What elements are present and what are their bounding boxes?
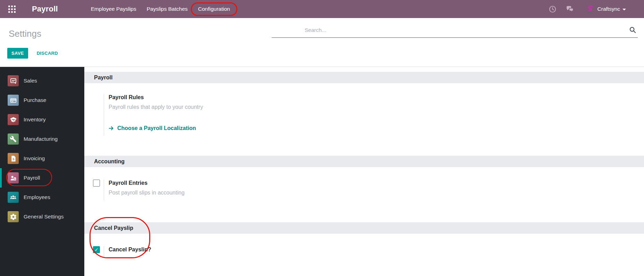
section-header-cancel-payslip: Cancel Payslip [84, 222, 644, 234]
choose-payroll-localization-link[interactable]: Choose a Payroll Localization [109, 125, 203, 131]
gear-glyph [10, 213, 17, 221]
page-title: Settings [9, 28, 41, 39]
user-menu[interactable]: Craftsync [586, 5, 626, 14]
menu-employee-payslips[interactable]: Employee Payslips [86, 0, 142, 18]
cp-buttons: SAVE DISCARD [7, 48, 60, 59]
control-panel: Settings SAVE DISCARD [0, 18, 644, 67]
link-label: Choose a Payroll Localization [117, 125, 196, 131]
payroll-entries-checkbox[interactable] [93, 180, 100, 187]
user-name: Craftsync [598, 6, 620, 12]
payroll-person-glyph: $ [10, 174, 17, 182]
sidebar-item-purchase[interactable]: Purchase [0, 90, 84, 110]
setting-row-cancel-payslip: Cancel Payslip? [93, 246, 644, 257]
section-header-accounting: Accounting [84, 156, 644, 167]
sidebar-item-inventory[interactable]: Inventory [0, 110, 84, 129]
company-logo-s [586, 5, 595, 14]
employees-app-icon [8, 192, 19, 203]
activities-clock-icon[interactable] [548, 5, 557, 14]
setting-row-body: Payroll Entries Post payroll slips in ac… [104, 180, 185, 200]
setting-row-payroll-entries: Payroll Entries Post payroll slips in ac… [93, 180, 644, 200]
general-settings-app-icon [8, 211, 19, 222]
setting-row-payroll-rules: Payroll Rules Payroll rules that apply t… [93, 94, 644, 136]
setting-description: Post payroll slips in accounting [109, 189, 185, 196]
sidebar-item-manufacturing[interactable]: Manufacturing [0, 129, 84, 149]
settings-body: Sales Purchase Inventory [0, 67, 644, 276]
svg-text:$: $ [14, 178, 16, 180]
chat-glyph [566, 5, 574, 13]
save-button[interactable]: SAVE [7, 48, 28, 59]
menu-payslips-batches[interactable]: Payslips Batches [142, 0, 193, 18]
manufacturing-app-icon [8, 133, 19, 145]
purchase-app-icon [8, 95, 19, 106]
setting-label: Cancel Payslip? [109, 246, 151, 253]
sidebar-item-label: Manufacturing [24, 136, 58, 142]
chevron-down-icon [622, 9, 626, 10]
setting-row-body: Payroll Rules Payroll rules that apply t… [104, 94, 203, 136]
company-avatar [586, 5, 595, 14]
sidebar-item-general-settings[interactable]: General Settings [0, 207, 84, 226]
people-group-glyph [9, 193, 17, 201]
checkbox-cell [93, 246, 100, 257]
section-header-payroll: Payroll [84, 72, 644, 83]
top-nav-bar: Payroll Employee Payslips Payslips Batch… [0, 0, 644, 18]
sidebar-item-label: Sales [24, 78, 37, 84]
discard-button[interactable]: DISCARD [35, 48, 60, 59]
magnifier-glyph [629, 26, 636, 34]
menu-configuration[interactable]: Configuration [193, 0, 235, 18]
menu-configuration-label: Configuration [198, 6, 230, 12]
invoicing-app-icon: $ [8, 153, 19, 164]
sales-app-icon [8, 75, 19, 86]
apps-grid-glyph [8, 6, 16, 13]
app-title: Payroll [32, 5, 58, 14]
invoice-document-glyph: $ [10, 155, 17, 162]
clock-glyph [549, 5, 557, 13]
apps-grid-icon[interactable] [8, 5, 16, 13]
setting-label: Payroll Entries [109, 180, 185, 187]
setting-label: Payroll Rules [109, 94, 203, 101]
search-bar [272, 23, 638, 38]
checkbox-placeholder [93, 94, 100, 136]
payroll-app-icon: $ [8, 172, 19, 183]
open-box-glyph [10, 116, 17, 123]
settings-sidebar: Sales Purchase Inventory [0, 67, 84, 276]
credit-card-glyph [10, 97, 17, 104]
wrench-glyph [10, 136, 17, 143]
sidebar-item-label: General Settings [24, 214, 63, 220]
sidebar-item-label: Invoicing [24, 155, 45, 162]
nav-right-cluster: Craftsync [548, 5, 626, 14]
svg-text:$: $ [12, 157, 14, 161]
cancel-payslip-checkbox[interactable] [93, 246, 100, 253]
sidebar-item-payroll[interactable]: $ Payroll [0, 168, 84, 188]
search-input[interactable] [272, 23, 638, 37]
checkbox-cell [93, 180, 100, 200]
sidebar-item-sales[interactable]: Sales [0, 71, 84, 90]
setting-row-body: Cancel Payslip? [104, 246, 151, 257]
messages-chat-icon[interactable] [566, 5, 575, 14]
nav-menu: Employee Payslips Payslips Batches Confi… [86, 0, 235, 18]
settings-content: Payroll Payroll Rules Payroll rules that… [84, 67, 644, 276]
setting-description: Payroll rules that apply to your country [109, 104, 203, 111]
search-icon[interactable] [629, 26, 636, 34]
arrow-right-icon [109, 126, 114, 131]
sidebar-item-label: Purchase [24, 97, 46, 103]
sidebar-item-label: Payroll [24, 175, 40, 181]
inventory-app-icon [8, 114, 19, 125]
sales-chart-glyph [10, 77, 17, 85]
sidebar-item-employees[interactable]: Employees [0, 188, 84, 207]
sidebar-item-invoicing[interactable]: $ Invoicing [0, 149, 84, 168]
sidebar-item-label: Employees [24, 194, 50, 200]
sidebar-item-label: Inventory [24, 117, 46, 123]
